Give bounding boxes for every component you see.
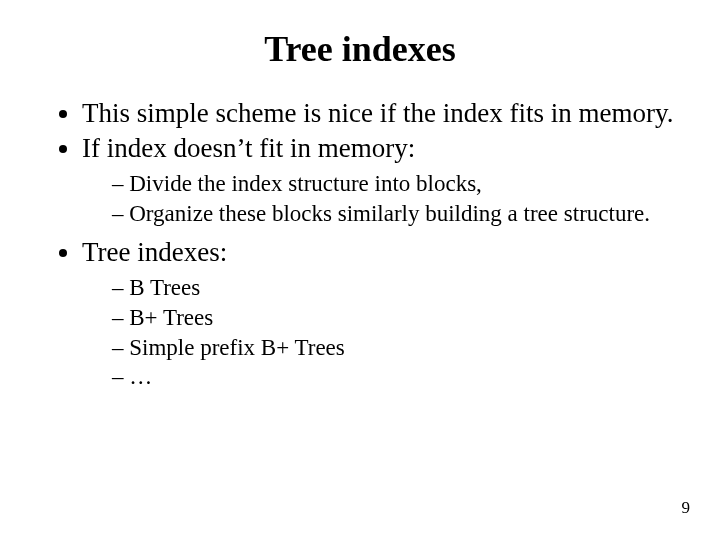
- bullet-text: Tree indexes:: [82, 237, 227, 267]
- sub-bullet-item: Divide the index structure into blocks,: [112, 170, 680, 198]
- bullet-item: This simple scheme is nice if the index …: [82, 98, 680, 129]
- page-number: 9: [682, 498, 691, 518]
- bullet-item: Tree indexes: B Trees B+ Trees Simple pr…: [82, 237, 680, 390]
- sub-bullet-list: Divide the index structure into blocks, …: [82, 170, 680, 227]
- bullet-item: If index doesn’t fit in memory: Divide t…: [82, 133, 680, 227]
- sub-bullet-item: Simple prefix B+ Trees: [112, 334, 680, 362]
- sub-bullet-item: B+ Trees: [112, 304, 680, 332]
- bullet-text: If index doesn’t fit in memory:: [82, 133, 415, 163]
- sub-bullet-item: Organize these blocks similarly building…: [112, 200, 680, 228]
- sub-bullet-item: …: [112, 363, 680, 391]
- sub-bullet-list: B Trees B+ Trees Simple prefix B+ Trees …: [82, 274, 680, 390]
- slide-title: Tree indexes: [40, 28, 680, 70]
- slide: Tree indexes This simple scheme is nice …: [0, 0, 720, 540]
- bullet-list: This simple scheme is nice if the index …: [40, 98, 680, 391]
- sub-bullet-item: B Trees: [112, 274, 680, 302]
